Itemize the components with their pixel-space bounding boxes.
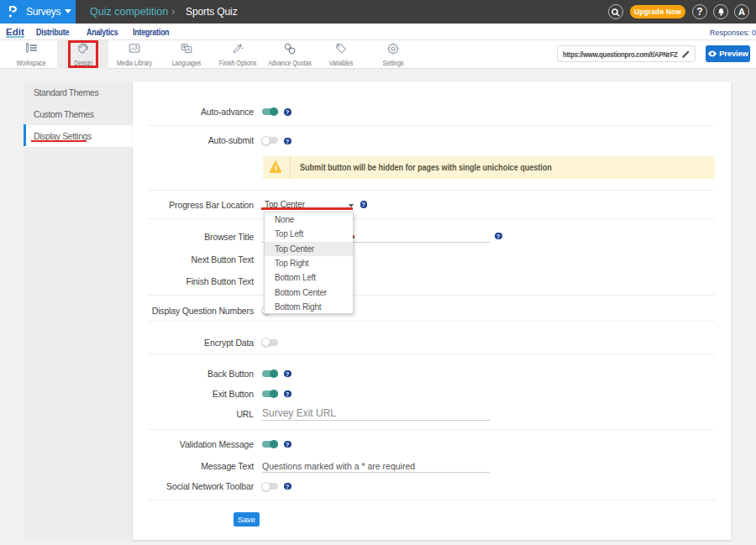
svg-text:A: A	[186, 47, 190, 52]
